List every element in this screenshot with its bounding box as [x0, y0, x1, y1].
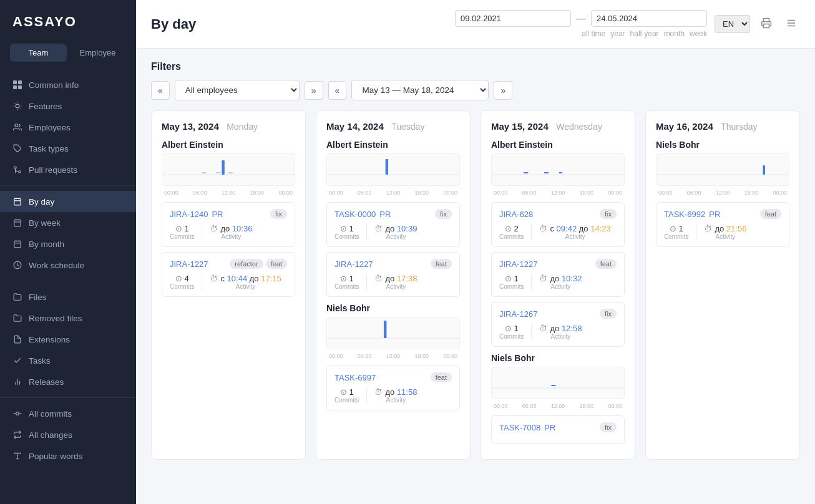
- task-link-jira-1227-0[interactable]: JIRA-1227: [170, 259, 208, 269]
- employee-prev-btn[interactable]: «: [151, 81, 170, 100]
- sidebar-item-common-info[interactable]: Common info: [0, 74, 136, 95]
- task-link-jira-1267[interactable]: JIRA-1267: [499, 309, 537, 319]
- task-link-jira-1227-2[interactable]: JIRA-1227: [499, 259, 537, 269]
- language-select[interactable]: EN RU: [715, 15, 750, 33]
- task-link-task-7008[interactable]: TASK-7008: [499, 423, 540, 432]
- team-employee-toggle: Team Employee: [10, 44, 126, 62]
- check-icon: [12, 356, 22, 366]
- commits-icon-3-0-0: ⊙: [670, 224, 676, 233]
- task-link-task-6992[interactable]: TASK-6992: [664, 210, 705, 219]
- task-card-header-0-0-1: JIRA-1227 refactor feat: [170, 259, 287, 269]
- stat-commits-1-0-0: ⊙ 1 Commits: [334, 224, 359, 240]
- sidebar-item-features[interactable]: Features: [0, 95, 136, 117]
- date-to-input[interactable]: [591, 10, 707, 27]
- stat-commits-2-0-2: ⊙ 1 Commits: [499, 324, 524, 340]
- main-content: By day — all time year half year month w…: [136, 0, 815, 504]
- sidebar-item-popular-words[interactable]: Popular words: [0, 445, 136, 467]
- filter-all-time[interactable]: all time: [582, 29, 605, 38]
- employee-toggle-btn[interactable]: Employee: [69, 44, 126, 62]
- sidebar-item-all-changes[interactable]: All changes: [0, 424, 136, 445]
- svg-rect-2: [13, 85, 17, 89]
- employee-next-btn[interactable]: »: [305, 81, 323, 100]
- person-name-3-0: Niels Bohr: [656, 140, 789, 150]
- task-link-task-6997[interactable]: TASK-6997: [334, 373, 376, 382]
- stat-commits-value-2-0-2: ⊙ 1: [505, 324, 519, 333]
- date-from-input[interactable]: [455, 10, 571, 27]
- date-next-btn[interactable]: »: [494, 81, 512, 100]
- task-pr-link-1-0-0[interactable]: PR: [379, 210, 391, 219]
- chart-labels-1-1: 00:0006:0012:0018:0000:00: [326, 352, 460, 361]
- task-tag-feat-1-0-1: feat: [431, 259, 452, 269]
- task-link-jira-628[interactable]: JIRA-628: [499, 210, 533, 219]
- stat-activity-3-0-0: ⏱ до 21:56 Activity: [704, 224, 746, 240]
- task-link-jira-1227-1[interactable]: JIRA-1227: [334, 259, 373, 269]
- day-date-1: May 14, 2024: [326, 121, 384, 132]
- stat-activity-label-0-0-0: Activity: [222, 233, 242, 240]
- stat-divider-2-0-2: [531, 324, 532, 340]
- stat-commits-value-2-0-0: ⊙ 2: [505, 224, 519, 233]
- sidebar-label-releases: Releases: [29, 377, 64, 387]
- sidebar-label-employees: Employees: [29, 123, 71, 132]
- filters-title: Filters: [151, 61, 800, 72]
- task-card-0-0-0: JIRA-1240 PR fix ⊙ 1 Commits: [162, 202, 295, 247]
- team-toggle-btn[interactable]: Team: [10, 44, 67, 62]
- stat-activity-label-1-0-1: Activity: [386, 283, 406, 290]
- sidebar-item-removed-files[interactable]: Removed files: [0, 308, 136, 329]
- stat-activity-1-0-1: ⏱ до 17:38 Activity: [374, 274, 417, 290]
- stat-commits-label-3-0-0: Commits: [664, 233, 688, 240]
- employee-filter-select[interactable]: All employees: [175, 80, 300, 100]
- person-name-1-1: Niels Bohr: [326, 303, 460, 313]
- stat-commits-label-1-1-0: Commits: [334, 397, 359, 404]
- filter-year[interactable]: year: [610, 29, 625, 38]
- sidebar-item-task-types[interactable]: Task types: [0, 138, 136, 159]
- task-pr-link-0-0-0[interactable]: PR: [212, 210, 223, 219]
- svg-rect-48: [384, 321, 386, 338]
- chart-labels-0-0: 00:0006:0012:0018:0000:00: [162, 188, 295, 197]
- sidebar-item-by-day[interactable]: By day: [0, 191, 136, 212]
- stat-activity-1-1-0: ⏱ до 11:58 Activity: [374, 387, 417, 404]
- stat-commits-value-0-0-0: ⊙ 1: [175, 224, 189, 233]
- task-pr-link-2-1-0[interactable]: PR: [544, 423, 555, 432]
- stat-commits-1-0-1: ⊙ 1 Commits: [334, 274, 359, 290]
- sidebar-item-files[interactable]: Files: [0, 286, 136, 308]
- filter-week[interactable]: week: [690, 29, 707, 38]
- sidebar-item-all-commits[interactable]: All commits: [0, 403, 136, 424]
- filter-month[interactable]: month: [664, 29, 685, 38]
- task-card-header-2-0-2: JIRA-1267 fix: [499, 309, 617, 319]
- stat-divider-3-0-0: [696, 224, 696, 240]
- sidebar-label-by-day: By day: [29, 197, 54, 206]
- commits-icon-2-0-2: ⊙: [505, 324, 512, 333]
- quick-filters: all time year half year month week: [582, 29, 707, 38]
- filter-half-year[interactable]: half year: [630, 29, 659, 38]
- folder-x-icon: [12, 313, 22, 323]
- sidebar-label-common-info: Common info: [29, 80, 79, 90]
- day-column-3: May 16, 2024 Thursday Niels Bohr 00:0006…: [645, 110, 800, 460]
- person-name-2-0: Albert Einstein: [491, 140, 625, 150]
- stat-activity-label-2-0-2: Activity: [551, 333, 571, 340]
- sidebar-item-pull-requests[interactable]: Pull requests: [0, 159, 136, 180]
- folder-icon: [12, 292, 22, 302]
- day-weekday-1: Tuesday: [391, 122, 424, 132]
- task-card-1-0-0: TASK-0000 PR fix ⊙ 1 Commits: [326, 202, 460, 247]
- svg-rect-36: [764, 24, 769, 27]
- chart-labels-2-1: 00:0006:0012:0018:0000:00: [491, 402, 625, 410]
- sidebar-item-by-month[interactable]: By month: [0, 233, 136, 254]
- mini-chart-2-0: [491, 153, 625, 186]
- grid-icon: [12, 80, 22, 90]
- sidebar-item-employees[interactable]: Employees: [0, 117, 136, 138]
- sidebar-item-releases[interactable]: Releases: [0, 371, 136, 392]
- print-button[interactable]: [758, 14, 775, 34]
- commits-icon-1-1-0: ⊙: [340, 387, 347, 397]
- sidebar-item-tasks[interactable]: Tasks: [0, 350, 136, 371]
- sidebar-item-extensions[interactable]: Extensions: [0, 329, 136, 350]
- main-header: By day — all time year half year month w…: [136, 0, 815, 49]
- sidebar-item-by-week[interactable]: By week: [0, 212, 136, 233]
- task-link-task-0000[interactable]: TASK-0000: [334, 210, 376, 219]
- date-prev-btn[interactable]: «: [328, 81, 347, 100]
- svg-rect-15: [14, 198, 21, 205]
- sidebar-item-work-schedule[interactable]: Work schedule: [0, 254, 136, 276]
- date-range-select[interactable]: May 13 — May 18, 2024: [351, 80, 489, 100]
- task-pr-link-3-0-0[interactable]: PR: [709, 210, 720, 219]
- settings-button[interactable]: [783, 14, 800, 34]
- task-link-jira-1240[interactable]: JIRA-1240: [170, 210, 208, 219]
